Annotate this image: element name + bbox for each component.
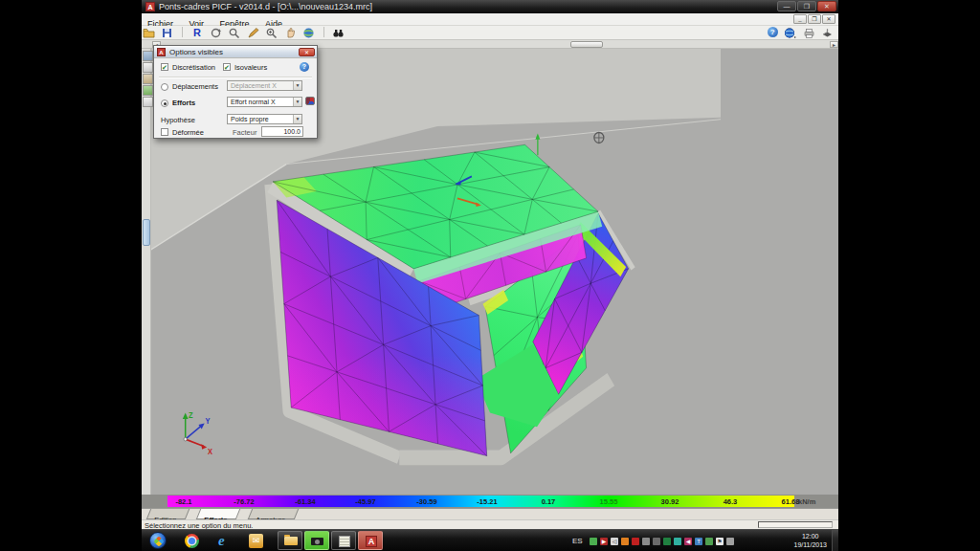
facteur-input[interactable]: 100.0 (261, 126, 303, 137)
screen-recorder-taskbar-button[interactable] (304, 531, 329, 550)
tab-armature[interactable]: Armature (248, 509, 299, 519)
axis-z-label: Z (189, 411, 193, 420)
deplacement-select[interactable]: Déplacement X ▼ (227, 80, 302, 91)
tray-icon-5[interactable] (632, 538, 639, 545)
folder-icon (284, 537, 298, 545)
horizontal-scroll-thumb[interactable] (570, 41, 603, 48)
tray-icon-7[interactable] (653, 538, 660, 545)
view-3d-icon[interactable] (821, 27, 834, 39)
vertical-scrollbar[interactable] (142, 49, 151, 495)
draw-button[interactable] (247, 27, 259, 39)
efforts-label: Efforts (172, 99, 195, 107)
clock-date: 19/11/2013 (793, 541, 827, 550)
tab-edition[interactable]: Edition (146, 509, 189, 519)
search-binoculars-button[interactable] (332, 27, 345, 39)
results-button[interactable]: R (190, 27, 203, 39)
save-button[interactable] (161, 27, 173, 39)
deplacements-radio[interactable] (161, 83, 168, 91)
title-bar[interactable]: A Ponts-cadres PICF - v2014.d - [O:\...\… (142, 0, 838, 13)
picf-app-icon: A (366, 536, 377, 547)
hypothese-select-value: Poids propre (231, 116, 269, 122)
taskbar-clock[interactable]: 12:00 19/11/2013 (793, 533, 827, 549)
open-file-button[interactable] (143, 27, 155, 39)
vertical-scroll-thumb[interactable] (143, 219, 150, 246)
tab-efforts[interactable]: Efforts (196, 509, 241, 519)
dropdown-arrow-icon: ▼ (293, 115, 301, 123)
deplacements-label: Déplacements (172, 82, 218, 91)
dialog-help-icon[interactable]: ? (300, 62, 309, 72)
hypothese-select[interactable]: Poids propre ▼ (227, 114, 302, 124)
tray-icon-1[interactable] (590, 538, 597, 545)
close-button[interactable]: ✕ (817, 1, 836, 11)
side-tool-icon[interactable] (143, 74, 153, 84)
colorbar-unit: kN/m (798, 497, 815, 506)
colorbar-value: 46.3 (709, 497, 751, 506)
tray-icon-12[interactable] (705, 538, 713, 545)
discretisation-checkbox[interactable]: ✔ (161, 63, 168, 71)
colorbar-value: -15.21 (466, 497, 508, 506)
tray-icon-6[interactable] (642, 538, 650, 545)
colorbar-value: 0.17 (527, 497, 569, 506)
dialog-title: Options visibles (169, 48, 223, 56)
mail-app-icon[interactable]: ✉ (249, 534, 263, 548)
zoom-button[interactable] (228, 27, 240, 39)
deplacement-select-value: Déplacement X (231, 82, 277, 89)
scroll-right-arrow[interactable]: ► (830, 41, 838, 48)
side-tool-icon[interactable] (143, 62, 153, 73)
chrome-icon[interactable] (185, 534, 199, 548)
tray-icon-4[interactable] (621, 538, 629, 545)
tray-icon-volume[interactable]: ◁ (611, 538, 618, 545)
hypothese-label: Hypothèse (161, 116, 195, 124)
pan-hand-button[interactable] (284, 27, 297, 39)
rotation-target-icon[interactable] (594, 132, 604, 143)
side-tool-icon[interactable] (143, 51, 153, 61)
tray-icon-flag[interactable]: ⚑ (716, 538, 724, 545)
tray-icon-9[interactable] (674, 538, 681, 545)
colorbar-value: -30.59 (406, 497, 448, 506)
minimize-button[interactable]: — (777, 1, 796, 11)
internet-explorer-icon[interactable]: e (218, 534, 233, 548)
options-visibles-dialog: A Options visibles ✕ ✔ Discrétisation ✔ … (153, 45, 318, 139)
dialog-close-button[interactable]: ✕ (299, 48, 315, 56)
isovaleurs-checkbox[interactable]: ✔ (223, 63, 231, 71)
language-indicator[interactable]: ES (572, 537, 583, 545)
efforts-radio[interactable] (161, 99, 168, 107)
globe-icon[interactable] (784, 27, 796, 39)
mdi-close-button[interactable]: ✕ (822, 14, 835, 24)
deformee-checkbox[interactable] (161, 128, 168, 136)
explorer-taskbar-button[interactable] (278, 531, 302, 550)
letterbox-left (0, 0, 142, 551)
isovaleurs-label: Isovaleurs (234, 63, 267, 72)
maximize-button[interactable]: ❐ (797, 1, 816, 11)
globe-view-button[interactable] (302, 27, 315, 39)
tray-icon-play[interactable]: ▶ (600, 538, 608, 545)
dialog-title-bar[interactable]: A Options visibles ✕ (154, 46, 317, 58)
side-tool-icon[interactable] (143, 97, 153, 107)
letterbox-right (838, 0, 980, 551)
bottom-tabs: Edition Efforts Armature (142, 508, 838, 519)
tray-icon-8[interactable] (663, 538, 671, 545)
tray-icon-14[interactable] (726, 538, 734, 545)
tray-icon-11[interactable]: T (695, 538, 702, 545)
side-tool-icon[interactable] (143, 85, 153, 96)
picf-taskbar-button[interactable]: A (358, 531, 383, 550)
colorbar-value: -45.97 (345, 497, 387, 506)
colorbar-value: 30.92 (649, 497, 691, 506)
start-button[interactable] (149, 532, 167, 549)
zoom-window-button[interactable] (265, 27, 278, 39)
palette-icon[interactable] (305, 97, 315, 105)
windows-logo-icon (153, 536, 164, 546)
effort-select[interactable]: Effort normal X ▼ (227, 97, 302, 107)
printer-icon[interactable] (803, 27, 815, 39)
show-desktop-button[interactable] (832, 530, 838, 551)
mdi-restore-button[interactable]: ❐ (808, 14, 821, 24)
axis-x-label: X (208, 447, 213, 455)
help-icon[interactable]: ? (768, 27, 778, 37)
rotate-view-button[interactable] (210, 27, 222, 39)
status-bar: Sélectionnez une option du menu. (142, 519, 838, 529)
side-mini-toolbar (143, 50, 153, 108)
notes-taskbar-button[interactable] (331, 531, 356, 550)
mdi-minimize-button[interactable]: _ (793, 14, 807, 24)
colorbar-row: -82.1 -76.72 -61.34 -45.97 -30.59 -15.21… (142, 495, 838, 508)
tray-icon-10[interactable]: ◀ (684, 538, 692, 545)
